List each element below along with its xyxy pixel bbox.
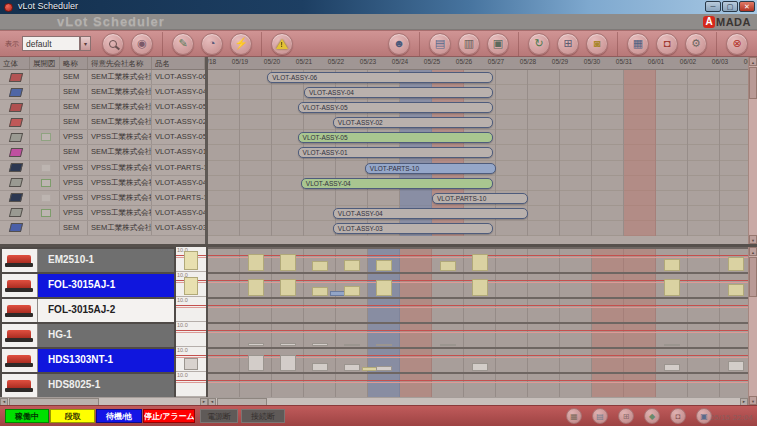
brand-bar: vLot Scheduler A MADA bbox=[0, 14, 757, 30]
machine-name: FOL-3015AJ-1 bbox=[38, 274, 174, 297]
machine-name: HDS1303NT-1 bbox=[38, 349, 174, 372]
table-row[interactable]: SEMSEM工業株式会社VLOT-ASSY-04 bbox=[0, 85, 205, 100]
status-button[interactable]: 接続断 bbox=[241, 409, 285, 423]
gantt-bar[interactable]: VLOT-ASSY-01 bbox=[298, 147, 493, 158]
table-row[interactable]: VPSSVPSS工業株式会社VLOT-PARTS-10 bbox=[0, 161, 205, 176]
gantt-bar[interactable]: VLOT-ASSY-06 bbox=[267, 72, 493, 83]
gantt-bar[interactable]: VLOT-ASSY-05 bbox=[298, 132, 493, 143]
abbr-cell: SEM bbox=[60, 70, 88, 84]
control-panel-button[interactable]: ▦ bbox=[627, 33, 649, 55]
load-bar bbox=[344, 364, 360, 371]
machine-hscrollbar[interactable]: ◄ ► bbox=[0, 397, 208, 405]
table-row[interactable]: SEMSEM工業株式会社VLOT-ASSY-05 bbox=[0, 100, 205, 115]
table-row[interactable]: VPSSVPSS工業株式会社VLOT-PARTS-10 bbox=[0, 191, 205, 206]
gantt-bar[interactable]: VLOT-ASSY-04 bbox=[333, 208, 528, 219]
machine-mini-load: 10.010.010.010.010.010.0 bbox=[176, 247, 208, 397]
machine-thumbnail-cell bbox=[2, 274, 38, 297]
maximize-button[interactable]: ▢ bbox=[722, 1, 738, 12]
history-button[interactable]: ◔ bbox=[201, 33, 223, 55]
legend-停止/アラーム: 停止/アラーム bbox=[143, 409, 195, 423]
scroll-down-arrow[interactable]: ▼ bbox=[749, 396, 757, 405]
mini-panel-button[interactable]: ▣ bbox=[696, 408, 712, 424]
date-label: 05/27 bbox=[480, 58, 512, 65]
table-row[interactable]: VPSSVPSS工業株式会社VLOT-ASSY-04 bbox=[0, 176, 205, 191]
gantt-bar[interactable]: VLOT-ASSY-05 bbox=[298, 102, 493, 113]
table-row[interactable]: VPSSVPSS工業株式会社VLOT-ASSY-05 bbox=[0, 130, 205, 145]
mini-calendar-button[interactable]: ▦ bbox=[566, 408, 582, 424]
abbr-cell: VPSS bbox=[60, 130, 88, 144]
status-button[interactable]: 電源断 bbox=[200, 409, 238, 423]
amada-logo-icon: A bbox=[703, 16, 715, 28]
settings-button[interactable]: ⚙ bbox=[685, 33, 707, 55]
mini-save-button[interactable]: ◆ bbox=[644, 408, 660, 424]
user-button[interactable]: ☻ bbox=[388, 33, 410, 55]
part-3d-icon bbox=[9, 73, 23, 82]
load-row bbox=[208, 347, 748, 372]
machine-icon bbox=[7, 380, 31, 390]
mini-grid-button[interactable]: ⊞ bbox=[618, 408, 634, 424]
load-bar bbox=[248, 355, 264, 371]
machine-icon bbox=[7, 355, 31, 365]
machine-row[interactable]: HDS1303NT-1 bbox=[0, 347, 176, 372]
database-button[interactable]: ◙ bbox=[586, 33, 608, 55]
edit-schedule-button[interactable]: ✎ bbox=[172, 33, 194, 55]
load-vscrollbar[interactable]: ▲ ▼ bbox=[748, 247, 757, 405]
toolbar-right-group: ⊗ bbox=[717, 32, 757, 56]
report-button[interactable]: ▥ bbox=[458, 33, 480, 55]
machine-row[interactable]: HG-1 bbox=[0, 322, 176, 347]
mini-machine-button[interactable]: ◘ bbox=[670, 408, 686, 424]
preset-dropdown-arrow[interactable]: ▾ bbox=[80, 36, 91, 51]
os-titlebar[interactable]: vLot Scheduler ─ ▢ ✕ bbox=[0, 0, 757, 14]
scroll-up-arrow[interactable]: ▲ bbox=[749, 247, 757, 256]
table-row[interactable]: SEMSEM工業株式会社VLOT-ASSY-03 bbox=[0, 221, 205, 236]
preset-dropdown[interactable]: default bbox=[22, 36, 80, 51]
scroll-down-arrow[interactable]: ▼ bbox=[749, 235, 757, 244]
machine-row[interactable]: EM2510-1 bbox=[0, 247, 176, 272]
load-bar bbox=[248, 343, 264, 346]
flat-pattern-cell bbox=[30, 176, 60, 190]
gantt-vscrollbar[interactable]: ▲ ▼ bbox=[748, 57, 757, 244]
simulate-button[interactable]: ⚡ bbox=[230, 33, 252, 55]
load-row bbox=[208, 297, 748, 322]
machine-row[interactable]: FOL-3015AJ-1 bbox=[0, 272, 176, 297]
scroll-thumb[interactable] bbox=[749, 67, 757, 99]
toolbar-left-group: ✎◔⚡ bbox=[163, 32, 262, 56]
gantt-bar[interactable]: VLOT-ASSY-03 bbox=[333, 223, 493, 234]
minimize-button[interactable]: ─ bbox=[705, 1, 721, 12]
machine-status-button[interactable]: ◘ bbox=[656, 33, 678, 55]
gantt-bar[interactable]: VLOT-PARTS-10 bbox=[365, 163, 496, 174]
mini-report-button[interactable]: ▤ bbox=[592, 408, 608, 424]
load-bar bbox=[344, 260, 360, 271]
mini-scale-label: 10.0 bbox=[177, 347, 188, 353]
product-cell: VLOT-ASSY-05 bbox=[152, 130, 205, 144]
load-bar bbox=[280, 355, 296, 371]
scroll-thumb[interactable] bbox=[749, 257, 757, 297]
alarm-warning-button[interactable] bbox=[271, 33, 293, 55]
save-button[interactable]: ▣ bbox=[487, 33, 509, 55]
table-row[interactable]: SEMSEM工業株式会社VLOT-ASSY-02 bbox=[0, 115, 205, 130]
gantt-bar[interactable]: VLOT-ASSY-02 bbox=[333, 117, 493, 128]
load-chart-hscrollbar[interactable]: ◄ ► bbox=[208, 397, 748, 405]
machine-row[interactable]: HDS8025-1 bbox=[0, 372, 176, 397]
gantt-bar[interactable]: VLOT-ASSY-04 bbox=[301, 178, 493, 189]
filter-button[interactable]: ◉ bbox=[131, 33, 153, 55]
machine-row[interactable]: FOL-3015AJ-2 bbox=[0, 297, 176, 322]
vlot-scheduler-window: vLot Scheduler ─ ▢ ✕ vLot Scheduler A MA… bbox=[0, 0, 757, 426]
gantt-bar[interactable]: VLOT-PARTS-10 bbox=[432, 193, 528, 204]
manual-book-button[interactable]: ▤ bbox=[429, 33, 451, 55]
scroll-up-arrow[interactable]: ▲ bbox=[749, 57, 757, 66]
table-row[interactable]: VPSSVPSS工業株式会社VLOT-ASSY-04 bbox=[0, 206, 205, 221]
date-label: 05/26 bbox=[448, 58, 480, 65]
copy-button[interactable]: ⊞ bbox=[557, 33, 579, 55]
part-3d-icon bbox=[9, 178, 23, 187]
exit-button[interactable]: ⊗ bbox=[726, 33, 748, 55]
job-table-header: 立体展開図略称得意先会社名称品名 bbox=[0, 57, 205, 70]
capacity-line-2 bbox=[208, 307, 748, 308]
search-button[interactable] bbox=[102, 33, 124, 55]
refresh-button[interactable]: ↻ bbox=[528, 33, 550, 55]
gantt-bar[interactable]: VLOT-ASSY-04 bbox=[304, 87, 493, 98]
edit-schedule-icon: ✎ bbox=[178, 38, 187, 49]
table-row[interactable]: SEMSEM工業株式会社VLOT-ASSY-06 bbox=[0, 70, 205, 85]
close-button[interactable]: ✕ bbox=[739, 1, 755, 12]
table-row[interactable]: SEMSEM工業株式会社VLOT-ASSY-01 bbox=[0, 145, 205, 160]
